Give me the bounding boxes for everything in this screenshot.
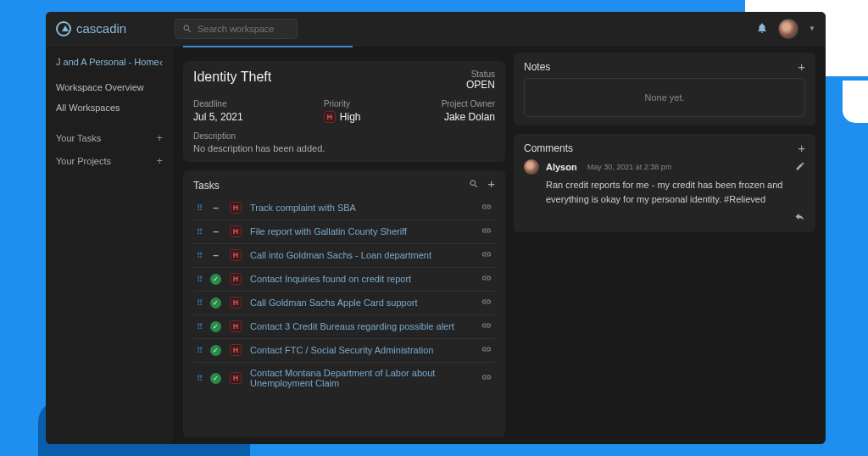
priority-badge: H xyxy=(230,297,242,309)
search-input-wrap[interactable] xyxy=(175,19,298,39)
task-row[interactable]: ⠿✓HContact Inquiries found on credit rep… xyxy=(193,267,495,290)
bg-decoration xyxy=(843,81,868,123)
drag-handle-icon[interactable]: ⠿ xyxy=(197,275,202,284)
drag-handle-icon[interactable]: ⠿ xyxy=(197,322,202,331)
project-summary-panel: Identity Theft Status OPEN Deadline Jul … xyxy=(183,61,505,162)
chevron-left-icon[interactable]: ‹ xyxy=(159,57,163,69)
brand-icon xyxy=(56,21,71,36)
project-title: Identity Theft xyxy=(193,70,271,91)
brand-name: cascadin xyxy=(76,21,126,36)
status-done-icon: ✓ xyxy=(210,373,221,384)
reply-icon[interactable] xyxy=(794,211,805,224)
brand-logo[interactable]: cascadin xyxy=(56,21,175,36)
deadline-value: Jul 5, 2021 xyxy=(193,111,243,123)
drag-handle-icon[interactable]: ⠿ xyxy=(197,251,202,260)
task-row[interactable]: ⠿✓HContact FTC / Social Security Adminis… xyxy=(193,338,495,361)
search-tasks-icon[interactable] xyxy=(469,179,479,192)
active-tab-indicator xyxy=(183,46,353,47)
status-done-icon: ✓ xyxy=(210,345,221,356)
status-value: OPEN xyxy=(466,79,495,91)
chevron-down-icon[interactable]: ▼ xyxy=(809,25,815,32)
status-done-icon: ✓ xyxy=(210,274,221,285)
comment-timestamp: May 30, 2021 at 2:38 pm xyxy=(587,163,672,171)
drag-handle-icon[interactable]: ⠿ xyxy=(197,298,202,308)
drag-handle-icon[interactable]: ⠿ xyxy=(197,374,202,383)
sidebar-item-your-tasks[interactable]: Your Tasks + xyxy=(46,126,173,149)
search-icon xyxy=(182,24,192,34)
task-title[interactable]: Contact 3 Credit Bureaus regarding possi… xyxy=(250,321,473,331)
owner-label: Project Owner xyxy=(442,99,495,108)
status-open-icon: – xyxy=(210,226,221,237)
drag-handle-icon[interactable]: ⠿ xyxy=(197,203,202,213)
notes-empty-state: None yet. xyxy=(524,78,805,117)
tasks-header: Tasks xyxy=(193,180,220,192)
search-input[interactable] xyxy=(198,24,282,34)
priority-badge: H xyxy=(230,225,242,237)
topbar: cascadin ▼ xyxy=(46,12,826,46)
status-open-icon: – xyxy=(210,203,221,214)
add-note-icon[interactable]: + xyxy=(798,62,805,72)
comments-header: Comments xyxy=(524,142,573,154)
unlink-icon[interactable] xyxy=(481,320,492,332)
priority-badge: H xyxy=(230,320,242,332)
add-comment-icon[interactable]: + xyxy=(798,143,805,153)
status-label: Status xyxy=(466,70,495,79)
task-title[interactable]: File report with Gallatin County Sheriff xyxy=(250,226,473,236)
comment-avatar xyxy=(524,159,539,175)
status-open-icon: – xyxy=(210,250,221,261)
plus-icon[interactable]: + xyxy=(156,154,163,167)
priority-badge: H xyxy=(324,111,336,123)
status-done-icon: ✓ xyxy=(210,298,221,309)
priority-badge: H xyxy=(230,372,242,384)
comments-panel: Comments + Alyson May 30, 2021 at 2:38 p… xyxy=(514,134,815,232)
unlink-icon[interactable] xyxy=(481,297,492,309)
sidebar-item-all-workspaces[interactable]: All Workspaces xyxy=(46,97,173,118)
unlink-icon[interactable] xyxy=(481,344,492,356)
drag-handle-icon[interactable]: ⠿ xyxy=(197,227,202,236)
app-window: cascadin ▼ J and A Personal - Home ‹ Wor… xyxy=(46,12,826,444)
comment-author: Alyson xyxy=(546,162,577,172)
unlink-icon[interactable] xyxy=(481,202,492,214)
task-row[interactable]: ⠿–HFile report with Gallatin County Sher… xyxy=(193,220,495,242)
user-avatar[interactable] xyxy=(778,19,798,39)
unlink-icon[interactable] xyxy=(481,225,492,237)
task-row[interactable]: ⠿✓HContact Montana Department of Labor a… xyxy=(193,362,495,393)
priority-badge: H xyxy=(230,344,242,356)
drag-handle-icon[interactable]: ⠿ xyxy=(197,346,202,355)
priority-label: Priority xyxy=(324,99,361,108)
priority-badge: H xyxy=(230,273,242,285)
task-row[interactable]: ⠿✓HCall Goldman Sachs Apple Card support xyxy=(193,291,495,314)
task-title[interactable]: Track complaint with SBA xyxy=(250,203,473,213)
unlink-icon[interactable] xyxy=(481,249,492,261)
sidebar: J and A Personal - Home ‹ Workspace Over… xyxy=(46,46,173,444)
unlink-icon[interactable] xyxy=(481,372,492,384)
sidebar-item-your-projects[interactable]: Your Projects + xyxy=(46,149,173,172)
task-title[interactable]: Contact FTC / Social Security Administra… xyxy=(250,345,473,355)
notes-panel: Notes + None yet. xyxy=(514,53,815,125)
notifications-icon[interactable] xyxy=(756,22,768,36)
description-label: Description xyxy=(193,131,495,141)
edit-comment-icon[interactable] xyxy=(795,161,805,173)
workspace-name[interactable]: J and A Personal - Home xyxy=(56,56,159,69)
plus-icon[interactable]: + xyxy=(156,131,163,144)
tasks-panel: Tasks + ⠿–HTrack complaint with SBA⠿–HFi… xyxy=(183,170,505,437)
description-value: No description has been added. xyxy=(193,143,495,153)
task-title[interactable]: Call into Goldman Sachs - Loan departmen… xyxy=(250,250,473,260)
priority-badge: H xyxy=(230,249,242,261)
task-row[interactable]: ⠿–HCall into Goldman Sachs - Loan depart… xyxy=(193,243,495,266)
task-row[interactable]: ⠿✓HContact 3 Credit Bureaus regarding po… xyxy=(193,314,495,337)
sidebar-item-label: Your Tasks xyxy=(56,133,101,143)
priority-badge: H xyxy=(230,202,242,214)
priority-value: High xyxy=(340,111,361,123)
comment-body: Ran credit reports for me - my credit ha… xyxy=(546,178,805,206)
deadline-label: Deadline xyxy=(193,99,243,108)
notes-header: Notes xyxy=(524,61,550,73)
task-title[interactable]: Call Goldman Sachs Apple Card support xyxy=(250,298,473,308)
unlink-icon[interactable] xyxy=(481,273,492,285)
sidebar-item-overview[interactable]: Workspace Overview xyxy=(46,77,173,97)
task-title[interactable]: Contact Montana Department of Labor abou… xyxy=(250,368,473,388)
task-title[interactable]: Contact Inquiries found on credit report xyxy=(250,274,473,284)
sidebar-item-label: Your Projects xyxy=(56,156,111,166)
task-row[interactable]: ⠿–HTrack complaint with SBA xyxy=(193,197,495,219)
add-task-icon[interactable]: + xyxy=(487,179,495,192)
